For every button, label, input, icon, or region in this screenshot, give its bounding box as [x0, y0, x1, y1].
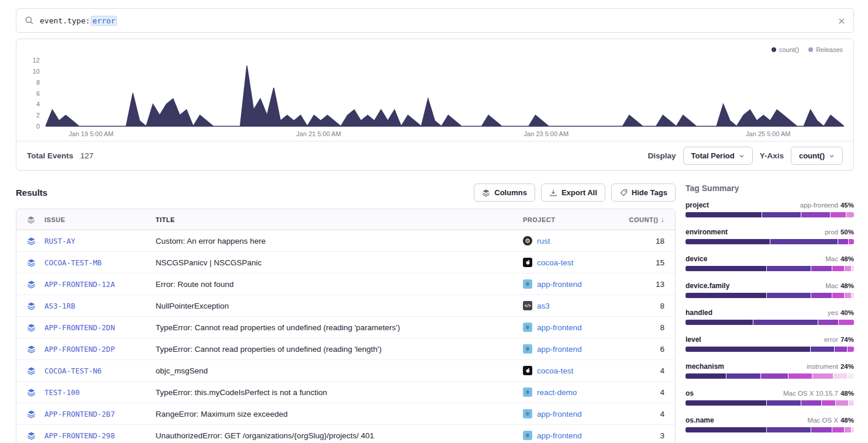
tag-summary-item[interactable]: os Mac OS X 10.15.7 48% [686, 389, 854, 406]
tag-segment[interactable] [833, 373, 847, 379]
tag-summary-item[interactable]: project app-frontend 45% [686, 201, 854, 217]
tag-distribution-bar[interactable] [686, 400, 854, 406]
tag-segment[interactable] [818, 320, 839, 325]
column-header-count[interactable]: COUNT()↓ [622, 216, 675, 224]
tag-segment[interactable] [831, 212, 846, 217]
tag-distribution-bar[interactable] [686, 239, 854, 244]
tag-summary-item[interactable]: os.name Mac OS X 48% [686, 416, 854, 432]
issue-link[interactable]: APP-FRONTEND-298 [44, 431, 115, 440]
project-link[interactable]: as3 [537, 302, 550, 310]
tag-segment[interactable] [832, 427, 844, 432]
tag-segment[interactable] [846, 212, 854, 217]
tag-summary-item[interactable]: device Mac 48% [686, 255, 854, 271]
project-link[interactable]: app-frontend [537, 410, 582, 418]
table-row[interactable]: RUST-AY Custom: An error happens here ⚙ … [16, 230, 675, 252]
tag-segment[interactable] [686, 239, 770, 244]
tag-segment[interactable] [686, 427, 766, 432]
table-row[interactable]: APP-FRONTEND-2DP TypeError: Cannot read … [16, 338, 675, 360]
tag-segment[interactable] [686, 212, 762, 217]
tag-segment[interactable] [852, 427, 854, 432]
tag-segment[interactable] [788, 373, 812, 379]
tag-segment[interactable] [845, 266, 852, 271]
issue-link[interactable]: APP-FRONTEND-2B7 [44, 410, 115, 418]
table-row[interactable]: APP-FRONTEND-298 UnauthorizedError: GET … [16, 425, 675, 443]
tag-distribution-bar[interactable] [686, 266, 854, 271]
tag-summary-item[interactable]: mechanism instrument 24% [686, 362, 854, 379]
table-row[interactable]: APP-FRONTEND-2DN TypeError: Cannot read … [16, 317, 675, 338]
tag-segment[interactable] [767, 427, 811, 432]
tag-segment[interactable] [767, 400, 801, 406]
tag-segment[interactable] [811, 347, 834, 352]
tag-segment[interactable] [832, 266, 844, 271]
display-dropdown[interactable]: Total Period [683, 147, 753, 165]
tag-summary-item[interactable]: level error 74% [686, 335, 854, 352]
tag-segment[interactable] [845, 293, 852, 298]
tag-segment[interactable] [761, 373, 788, 379]
tag-segment[interactable] [801, 212, 830, 217]
issue-link[interactable]: RUST-AY [44, 237, 75, 245]
tag-segment[interactable] [835, 347, 846, 352]
issue-link[interactable]: COCOA-TEST-MB [44, 258, 102, 267]
tag-segment[interactable] [838, 239, 848, 244]
project-link[interactable]: app-frontend [537, 280, 582, 289]
search-bar[interactable]: event.type:error × [16, 8, 854, 33]
tag-segment[interactable] [686, 373, 726, 379]
chart-plot-area[interactable] [46, 58, 844, 127]
search-input[interactable]: event.type:error [40, 16, 117, 26]
project-link[interactable]: cocoa-test [537, 366, 573, 375]
tag-summary-item[interactable]: device.family Mac 48% [686, 282, 854, 298]
tag-segment[interactable] [770, 239, 838, 244]
y-axis-dropdown[interactable]: count() [791, 147, 843, 165]
tag-segment[interactable] [845, 427, 852, 432]
project-link[interactable]: cocoa-test [537, 258, 573, 267]
tag-summary-item[interactable]: environment prod 50% [686, 228, 854, 244]
tag-segment[interactable] [753, 320, 817, 325]
tag-segment[interactable] [686, 293, 766, 298]
tag-segment[interactable] [852, 293, 854, 298]
tag-segment[interactable] [849, 239, 854, 244]
issue-link[interactable]: TEST-100 [44, 388, 80, 397]
issue-link[interactable]: APP-FRONTEND-2DP [44, 345, 115, 354]
tag-segment[interactable] [767, 266, 811, 271]
project-link[interactable]: app-frontend [537, 431, 582, 440]
tag-segment[interactable] [849, 400, 854, 406]
tag-segment[interactable] [726, 373, 760, 379]
columns-button[interactable]: Columns [474, 184, 535, 202]
project-link[interactable]: rust [537, 237, 550, 245]
tag-summary-item[interactable]: handled yes 40% [686, 309, 854, 325]
tag-segment[interactable] [848, 347, 854, 352]
tag-segment[interactable] [832, 293, 844, 298]
tag-distribution-bar[interactable] [686, 373, 854, 379]
tag-distribution-bar[interactable] [686, 212, 854, 217]
tag-segment[interactable] [686, 400, 766, 406]
table-row[interactable]: COCOA-TEST-N6 objc_msgSend cocoa-test 4 [16, 360, 675, 382]
issue-link[interactable]: APP-FRONTEND-2DN [44, 323, 115, 332]
project-link[interactable]: react-demo [537, 388, 577, 397]
hide-tags-button[interactable]: Hide Tags [611, 184, 676, 202]
tag-segment[interactable] [852, 266, 854, 271]
table-row[interactable]: TEST-100 TypeError: this.myCodeIsPerfect… [16, 382, 675, 403]
tag-segment[interactable] [839, 320, 854, 325]
tag-segment[interactable] [686, 266, 766, 271]
tag-segment[interactable] [686, 320, 753, 325]
tag-segment[interactable] [801, 400, 822, 406]
table-row[interactable]: APP-FRONTEND-12A Error: Route not found … [16, 274, 675, 295]
tag-segment[interactable] [811, 266, 832, 271]
issue-link[interactable]: APP-FRONTEND-12A [44, 280, 115, 289]
tag-distribution-bar[interactable] [686, 427, 854, 432]
tag-distribution-bar[interactable] [686, 320, 854, 325]
tag-segment[interactable] [686, 347, 810, 352]
tag-segment[interactable] [812, 373, 833, 379]
tag-distribution-bar[interactable] [686, 293, 854, 298]
tag-segment[interactable] [822, 400, 835, 406]
issue-link[interactable]: AS3-1RB [44, 302, 75, 310]
issue-link[interactable]: COCOA-TEST-N6 [44, 366, 102, 375]
export-all-button[interactable]: Export All [541, 184, 605, 202]
table-row[interactable]: APP-FRONTEND-2B7 RangeError: Maximum siz… [16, 403, 675, 425]
tag-segment[interactable] [811, 427, 832, 432]
table-row[interactable]: AS3-1RB NullPointerException </> as3 8 [16, 295, 675, 317]
tag-segment[interactable] [762, 212, 801, 217]
project-link[interactable]: app-frontend [537, 323, 582, 332]
project-link[interactable]: app-frontend [537, 345, 582, 354]
tag-segment[interactable] [848, 373, 854, 379]
